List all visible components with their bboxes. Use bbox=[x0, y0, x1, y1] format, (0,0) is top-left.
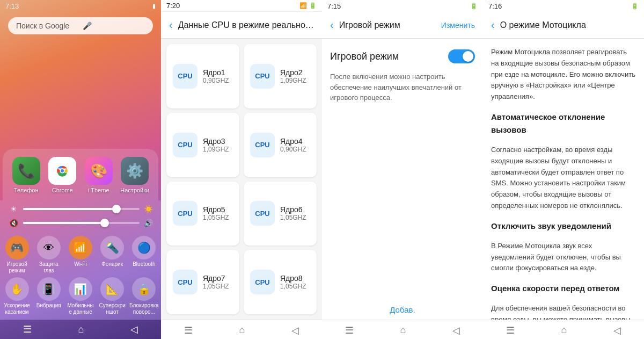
cpu-freq-1: 0,90GHZ bbox=[203, 77, 229, 84]
toggle-bt-label: Bluetooth bbox=[133, 261, 155, 268]
volume-track[interactable] bbox=[23, 222, 140, 224]
cpu-freq-6: 1,05GHZ bbox=[280, 214, 306, 221]
cpu-core-name-5: Ядро5 bbox=[203, 205, 229, 214]
cpu-core-name-3: Ядро3 bbox=[203, 137, 229, 146]
nav-home-3[interactable]: ⌂ bbox=[400, 324, 406, 335]
mobile-data-icon: 📊 bbox=[69, 277, 92, 301]
app-phone[interactable]: 📞 Телефон bbox=[10, 157, 42, 193]
bottom-nav-4: ☰ ⌂ ◁ bbox=[483, 320, 644, 339]
brightness-track[interactable] bbox=[23, 208, 140, 210]
cpu-info-5: Ядро5 1,05GHZ bbox=[203, 205, 229, 221]
volume-low-icon: 🔇 bbox=[8, 219, 19, 227]
cpu-icon-3: CPU bbox=[173, 133, 197, 157]
add-app-button[interactable]: Добав. bbox=[390, 305, 415, 314]
toggle-vibration[interactable]: 📳 Вибрация bbox=[35, 277, 63, 315]
toggle-screenshot[interactable]: 📐 Суперскри ншот bbox=[98, 277, 126, 315]
app-itheme[interactable]: 🎨 i Theme bbox=[83, 157, 115, 193]
toggle-rotation[interactable]: 🔒 Блокировка поворо... bbox=[130, 277, 158, 315]
game-mode-header-title: Игровой режим bbox=[339, 20, 436, 30]
toggle-rot-label: Блокировка поворо... bbox=[129, 302, 159, 315]
status-bar-2: 7:20 📶 🔋 bbox=[161, 0, 322, 12]
back-button-3[interactable]: ‹ bbox=[330, 19, 334, 31]
cpu-core-6: CPU Ядро6 1,05GHZ bbox=[244, 182, 317, 246]
nav-home-4[interactable]: ⌂ bbox=[561, 324, 567, 335]
about-intro: Режим Мотоцикла позволяет реагировать на… bbox=[491, 47, 636, 103]
toggle-eye-protect[interactable]: 👁 Защита глаз bbox=[35, 236, 63, 274]
toggle-vib-label: Вибрация bbox=[36, 302, 61, 309]
status-time-4: 7:16 bbox=[488, 2, 502, 10]
status-time-3: 7:15 bbox=[327, 2, 341, 10]
cpu-core-3: CPU Ядро3 1,09GHZ bbox=[166, 113, 239, 177]
section2-text: В Режиме Мотоцикла звук всех уведомлений… bbox=[491, 241, 636, 274]
about-moto-title: О режиме Мотоцикла bbox=[500, 20, 636, 30]
mic-icon[interactable]: 🎤 bbox=[83, 21, 145, 30]
section2-title: Отключить звук уведомлений bbox=[491, 220, 636, 233]
back-button-2[interactable]: ‹ bbox=[169, 19, 173, 31]
quick-area bbox=[0, 40, 161, 149]
cpu-core-name-8: Ядро8 bbox=[280, 274, 306, 283]
cpu-core-5: CPU Ядро5 1,05GHZ bbox=[166, 182, 239, 246]
back-button-4[interactable]: ‹ bbox=[491, 19, 495, 31]
bottom-nav-3: ☰ ⌂ ◁ bbox=[322, 320, 483, 339]
toggle-mobile-data[interactable]: 📊 Мобильны е данные bbox=[67, 277, 94, 315]
panel-game-mode: 7:15 🔋 ‹ Игровой режим Изменить Игровой … bbox=[322, 0, 483, 339]
cpu-core-7: CPU Ядро7 1,05GHZ bbox=[166, 250, 239, 314]
nav-home-2[interactable]: ⌂ bbox=[239, 324, 245, 335]
settings-icon: ⚙️ bbox=[121, 157, 149, 185]
nav-menu-icon[interactable]: ☰ bbox=[23, 323, 32, 335]
nav-back-icon[interactable]: ◁ bbox=[130, 323, 138, 335]
status-icons-3: 🔋 bbox=[470, 3, 478, 10]
search-bar[interactable]: Поиск в Google 🎤 bbox=[8, 17, 153, 34]
screenshot-icon: 📐 bbox=[100, 277, 124, 301]
cpu-core-4: CPU Ядро4 0,90GHZ bbox=[244, 113, 317, 177]
game-mode-content: Игровой режим После включения можно наст… bbox=[322, 39, 483, 300]
status-icons-1: ▮ bbox=[152, 3, 156, 10]
cpu-freq-7: 1,05GHZ bbox=[203, 283, 229, 290]
cpu-icon-8: CPU bbox=[250, 270, 275, 294]
toggle-accel[interactable]: ✋ Ускорение касанием bbox=[3, 277, 31, 315]
edit-button[interactable]: Изменить bbox=[441, 21, 475, 30]
nav-back-4[interactable]: ◁ bbox=[613, 324, 621, 335]
nav-menu-4[interactable]: ☰ bbox=[506, 324, 515, 335]
wifi-toggle-icon: 📶 bbox=[69, 236, 92, 259]
flashlight-icon: 🔦 bbox=[100, 236, 124, 259]
cpu-core-name-2: Ядро2 bbox=[280, 68, 306, 77]
section1-text: Согласно настройкам, во время езды входя… bbox=[491, 145, 636, 212]
panel-cpu: 7:20 📶 🔋 ‹ Данные CPU в режиме реального… bbox=[161, 0, 322, 339]
toggle-wifi[interactable]: 📶 Wi-Fi bbox=[67, 236, 94, 274]
game-mode-toggle-icon: 🎮 bbox=[5, 236, 29, 259]
toggle-ss-label: Суперскри ншот bbox=[98, 302, 126, 315]
nav-menu-3[interactable]: ☰ bbox=[345, 324, 354, 335]
nav-back-2[interactable]: ◁ bbox=[291, 324, 299, 335]
toggle-bluetooth[interactable]: 🔵 Bluetooth bbox=[130, 236, 158, 274]
toggle-game-mode[interactable]: 🎮 Игровой режим bbox=[3, 236, 31, 274]
app-settings-label: Настройки bbox=[120, 187, 149, 193]
toggles-area: 🎮 Игровой режим 👁 Защита глаз 📶 Wi-Fi 🔦 … bbox=[0, 232, 161, 320]
toggle-knob bbox=[463, 51, 473, 62]
cpu-core-8: CPU Ядро8 1,05GHZ bbox=[244, 250, 317, 314]
nav-back-3[interactable]: ◁ bbox=[452, 324, 460, 335]
cpu-info-1: Ядро1 0,90GHZ bbox=[203, 68, 229, 84]
cpu-core-name-6: Ядро6 bbox=[280, 205, 306, 214]
cpu-core-2: CPU Ядро2 1,09GHZ bbox=[244, 44, 317, 109]
game-mode-switch[interactable] bbox=[448, 49, 475, 63]
cpu-icon-4: CPU bbox=[250, 133, 275, 157]
nav-home-icon[interactable]: ⌂ bbox=[78, 324, 84, 335]
eye-protect-icon: 👁 bbox=[37, 236, 61, 259]
status-bar-1: 7:13 ▮ bbox=[0, 0, 161, 12]
nav-menu-2[interactable]: ☰ bbox=[184, 324, 193, 335]
cpu-info-3: Ядро3 1,09GHZ bbox=[203, 137, 229, 153]
cpu-header: ‹ Данные CPU в режиме реального... bbox=[161, 12, 322, 39]
itheme-icon: 🎨 bbox=[85, 157, 113, 185]
section3-text: Для обеспечения вашей безопасности во вр… bbox=[491, 303, 636, 320]
cpu-grid: CPU Ядро1 0,90GHZ CPU Ядро2 1,09GHZ CPU … bbox=[161, 39, 322, 320]
app-settings[interactable]: ⚙️ Настройки bbox=[119, 157, 151, 193]
panel-homescreen: 7:13 ▮ Поиск в Google 🎤 📞 Телефон bbox=[0, 0, 161, 339]
app-chrome[interactable]: Chrome bbox=[46, 157, 78, 193]
panel-about-moto: 7:16 🔋 ‹ О режиме Мотоцикла Режим Мотоци… bbox=[483, 0, 644, 339]
brightness-low-icon: ☀ bbox=[8, 205, 19, 213]
cpu-freq-3: 1,09GHZ bbox=[203, 146, 229, 153]
toggle-flash-label: Фонарик bbox=[101, 261, 123, 268]
toggle-flashlight[interactable]: 🔦 Фонарик bbox=[98, 236, 126, 274]
app-dock: 📞 Телефон Chrome bbox=[3, 149, 158, 200]
